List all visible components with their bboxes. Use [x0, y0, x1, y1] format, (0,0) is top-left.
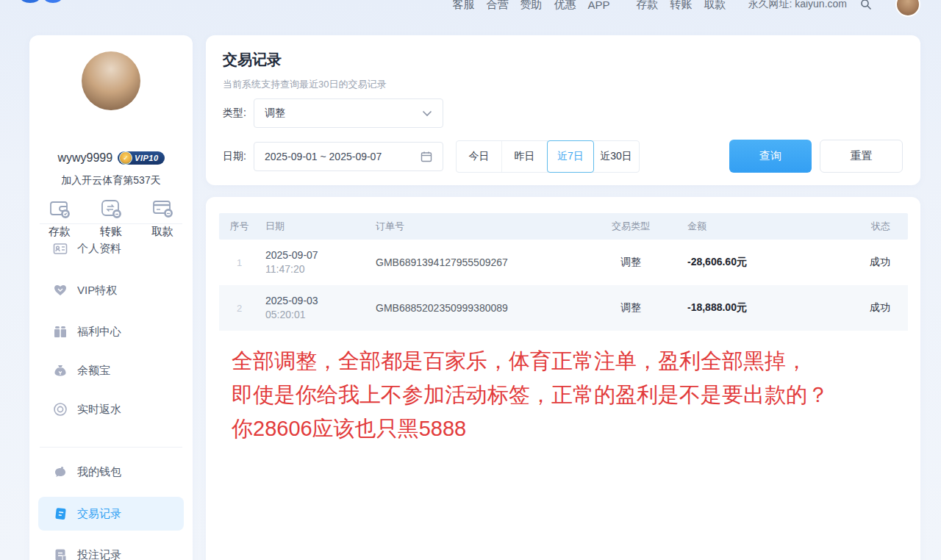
money-bag-icon [53, 363, 68, 378]
site-logo [21, 0, 75, 6]
range-today-button[interactable]: 今日 [457, 141, 502, 172]
username-row: wywy9999 ✓ VIP10 [29, 151, 193, 165]
red-annotation-text: 全部调整，全部都是百家乐，体育正常注单，盈利全部黑掉， 即使是你给我上不参加活动… [232, 344, 829, 445]
date-range-input[interactable]: 2025-09-01 ~ 2025-09-07 [254, 142, 443, 171]
table-row: 2 2025-09-03 05:20:01 GMB688520235099938… [219, 285, 908, 331]
sidebar-item-vip[interactable]: VIP特权 [38, 279, 184, 301]
header-date: 日期 [260, 220, 370, 233]
nav-customer-service[interactable]: 客服 [452, 0, 474, 12]
table-header: 序号 日期 订单号 交易类型 金额 状态 [219, 213, 908, 240]
sidebar-divider [40, 223, 182, 224]
transaction-record-icon [53, 506, 68, 521]
sidebar-item-welfare[interactable]: 福利中心 [38, 320, 184, 342]
user-avatar[interactable] [82, 51, 140, 110]
date-range-value: 2025-09-01 ~ 2025-09-07 [265, 151, 382, 162]
row-datetime: 2025-09-07 11:47:20 [260, 248, 370, 276]
row-transaction-type: 调整 [583, 301, 679, 315]
transfer-icon [100, 198, 122, 219]
query-button[interactable]: 查询 [729, 140, 812, 173]
table-row: 1 2025-09-07 11:47:20 GMB689139412795550… [219, 240, 908, 285]
nav-partnership[interactable]: 合营 [486, 0, 508, 12]
date-quick-ranges: 今日 昨日 近7日 近30日 [456, 140, 640, 173]
transaction-table-panel: 序号 日期 订单号 交易类型 金额 状态 1 2025-09-07 11:47:… [206, 197, 920, 560]
row-no: 1 [219, 257, 260, 268]
sidebar-item-wallet[interactable]: 我的钱包 [38, 461, 184, 483]
nav-deposit[interactable]: 存款 [636, 0, 658, 12]
annotation-line-3: 你28606应该也只黑5888 [232, 412, 829, 445]
range-last30days-button[interactable]: 近30日 [593, 141, 639, 172]
wallet-icon [49, 198, 71, 219]
row-transaction-type: 调整 [583, 256, 679, 269]
vip-heart-icon [53, 283, 68, 298]
sidebar-item-betting-records[interactable]: 投注记录 [38, 544, 184, 560]
vip-emblem-icon: ✓ [119, 151, 132, 165]
row-no: 2 [219, 303, 260, 314]
row-order-number: GMB6885202350999380089 [370, 302, 583, 314]
betting-record-icon [53, 548, 68, 560]
page-title: 交易记录 [223, 50, 282, 70]
permanent-url: 永久网址: kaiyun.com [748, 0, 847, 11]
page-subtitle: 当前系统支持查询最近30日的交易记录 [223, 78, 386, 91]
sidebar: wywy9999 ✓ VIP10 加入开云体育第537天 存款 转账 [29, 35, 193, 560]
bank-card-icon [151, 198, 173, 219]
quick-action-transfer[interactable]: 转账 [100, 198, 122, 239]
header-amount: 金额 [679, 220, 807, 233]
calendar-icon [421, 151, 432, 162]
search-icon[interactable] [860, 0, 872, 10]
vip-badge: ✓ VIP10 [118, 151, 164, 165]
row-status: 成功 [807, 301, 908, 315]
header-order: 订单号 [370, 220, 583, 233]
annotation-line-2: 即使是你给我上不参加活动标签，正常的盈利是不是要出款的？ [232, 378, 829, 412]
range-yesterday-button[interactable]: 昨日 [502, 141, 548, 172]
type-select[interactable]: 调整 [254, 98, 443, 128]
top-navigation: 客服 合营 赞助 优惠 APP 存款 转账 取款 永久网址: kaiyun.co… [452, 0, 920, 17]
rebate-icon [53, 402, 68, 417]
sidebar-item-profile[interactable]: 个人资料 [38, 237, 184, 259]
quick-action-deposit[interactable]: 存款 [49, 198, 71, 239]
nav-app[interactable]: APP [587, 0, 609, 11]
header-status: 状态 [807, 220, 908, 233]
nav-user-avatar[interactable] [895, 0, 920, 17]
row-datetime: 2025-09-03 05:20:01 [260, 294, 370, 322]
sidebar-divider [40, 447, 182, 448]
gift-icon [53, 324, 68, 339]
date-label: 日期: [223, 150, 246, 163]
nav-sponsorship[interactable]: 赞助 [520, 0, 542, 12]
nav-transfer[interactable]: 转账 [670, 0, 692, 12]
sidebar-item-yuebao[interactable]: 余额宝 [38, 359, 184, 381]
username: wywy9999 [57, 151, 112, 165]
id-card-icon [53, 241, 68, 256]
range-last7days-button[interactable]: 近7日 [547, 140, 594, 173]
chevron-down-icon [422, 110, 432, 117]
type-label: 类型: [223, 107, 246, 120]
row-amount: -18,888.00元 [679, 301, 807, 315]
nav-promotions[interactable]: 优惠 [554, 0, 576, 12]
filter-panel: 交易记录 当前系统支持查询最近30日的交易记录 类型: 调整 日期: 2025-… [206, 35, 920, 185]
type-select-value: 调整 [265, 107, 285, 120]
sidebar-item-rebate[interactable]: 实时返水 [38, 398, 184, 420]
transaction-table: 序号 日期 订单号 交易类型 金额 状态 1 2025-09-07 11:47:… [219, 213, 908, 331]
annotation-line-1: 全部调整，全部都是百家乐，体育正常注单，盈利全部黑掉， [232, 344, 829, 378]
row-status: 成功 [807, 256, 908, 269]
quick-action-withdraw[interactable]: 取款 [151, 198, 173, 239]
header-type: 交易类型 [583, 220, 679, 233]
piggy-bank-icon [53, 464, 68, 479]
reset-button[interactable]: 重置 [820, 140, 903, 173]
header-no: 序号 [219, 220, 260, 233]
row-order-number: GMB6891394127955509267 [370, 256, 583, 268]
nav-withdraw[interactable]: 取款 [704, 0, 726, 12]
join-days-text: 加入开云体育第537天 [29, 174, 193, 187]
row-amount: -28,606.60元 [679, 256, 807, 269]
sidebar-quick-actions: 存款 转账 取款 [29, 198, 193, 239]
sidebar-item-transactions[interactable]: 交易记录 [38, 497, 184, 531]
